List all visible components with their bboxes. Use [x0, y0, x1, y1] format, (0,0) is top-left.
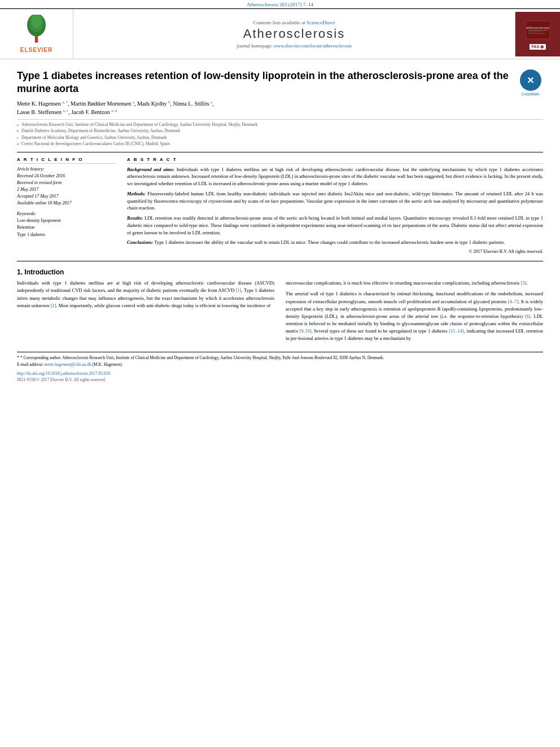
svg-text:atherosclerosis: atherosclerosis	[526, 26, 549, 29]
contents-line: Contents lists available at ScienceDirec…	[79, 20, 509, 25]
crossmark-badge[interactable]: ✕ CrossMark	[518, 69, 543, 96]
revised-date: 2 May 2017	[17, 186, 116, 193]
affiliations: a Atherosclerosis Research Unit, Institu…	[17, 119, 543, 147]
left-col: A R T I C L E I N F O Article history: R…	[17, 157, 116, 255]
article-history: Article history: Received 24 October 201…	[17, 166, 116, 207]
fas-text: FAS ◉	[532, 45, 544, 49]
abstract-label: A B S T R A C T	[127, 157, 543, 164]
abstract-background: Background and aims: Individuals with ty…	[127, 166, 543, 187]
footnote-area: * * Corresponding author. Atherosclerosi…	[17, 352, 543, 382]
fas-badge: FAS ◉	[530, 44, 546, 50]
issn-line: 0021-9150/© 2017 Elsevier B.V. All right…	[17, 377, 106, 382]
email-label: E-mail address:	[17, 362, 43, 367]
keyword-3: Type 1 diabetes	[17, 231, 116, 239]
ref-11-14[interactable]: [11–14]	[449, 328, 464, 334]
abstract-conclusions: Conclusions: Type 1 diabetes increases t…	[127, 239, 543, 246]
received-revised-label: Received in revised form	[17, 180, 116, 186]
conclusions-text: Type 1 diabetes increases the ability of…	[154, 239, 505, 245]
authors-line: Mette K. Hagensen a, *, Martin Bødtker M…	[17, 99, 543, 117]
background-text: Individuals with type 1 diabetes mellitu…	[127, 167, 543, 187]
intro-left-col: Individuals with type 1 diabetes mellitu…	[17, 279, 274, 346]
keywords-label: Keywords:	[17, 211, 116, 216]
logo-right-text: atherosclerosis	[524, 19, 552, 42]
ref-4-7[interactable]: [4–7]	[508, 299, 518, 304]
journal-center: Contents lists available at ScienceDirec…	[73, 16, 515, 52]
footnote-corresponding: * Corresponding author. Atherosclerosis …	[20, 355, 384, 360]
smooth-text: smooth	[368, 299, 382, 304]
email-suffix: (M.K. Hagensen).	[93, 362, 123, 367]
results-label: Results:	[127, 215, 143, 221]
affil-c: c Department of Molecular Biology and Ge…	[17, 135, 543, 141]
svg-rect-0	[35, 37, 38, 43]
abstract-methods: Methods: Fluorescently-labeled human LDL…	[127, 190, 543, 212]
intro-right-para1: microvascular complications, it is much …	[286, 279, 543, 287]
article-title: Type 1 diabetes increases retention of l…	[17, 69, 518, 96]
conclusions-label: Conclusions:	[127, 239, 153, 245]
svg-rect-11	[528, 33, 545, 34]
intro-columns: Individuals with type 1 diabetes mellitu…	[17, 279, 543, 346]
ref-3[interactable]: [3]	[520, 280, 526, 286]
crossmark-circle: ✕	[520, 69, 541, 91]
intro-right-para2: The arterial wall of type 1 diabetics is…	[286, 290, 543, 342]
ref-2[interactable]: [2]	[51, 303, 56, 308]
elsevier-tree-icon	[21, 15, 52, 46]
journal-homepage-line: journal homepage: www.elsevier.com/locat…	[79, 43, 509, 49]
keyword-1: Low-density lipoprotein	[17, 217, 116, 225]
ref-9-10[interactable]: [9,10]	[300, 328, 312, 334]
intro-right-col: microvascular complications, it is much …	[286, 279, 543, 346]
ref-1[interactable]: [1]	[236, 287, 242, 293]
article-info-label: A R T I C L E I N F O	[17, 157, 116, 164]
elsevier-name: ELSEVIER	[20, 47, 53, 53]
keywords-section: Keywords: Low-density lipoprotein Retent…	[17, 211, 116, 239]
abstract-results: Results: LDL retention was readily detec…	[127, 215, 543, 236]
sciencedirect-link[interactable]: ScienceDirect	[307, 20, 335, 25]
article-number-bar: Atherosclerosis 263 (2017) 7–14	[0, 0, 560, 8]
section-separator	[17, 261, 543, 261]
intro-left-para1: Individuals with type 1 diabetes mellitu…	[17, 279, 274, 309]
crossmark-label: CrossMark	[522, 92, 539, 96]
available-date: Available online 18 May 2017	[17, 200, 116, 207]
keyword-2: Retention	[17, 224, 116, 231]
journal-title: Atherosclerosis	[79, 27, 509, 41]
affil-b: b Danish Diabetes Academy, Department of…	[17, 128, 543, 134]
journal-banner: ELSEVIER Contents lists available at Sci…	[0, 8, 560, 59]
journal-cover-icon: atherosclerosis	[524, 19, 552, 41]
page: Atherosclerosis 263 (2017) 7–14 ELSEVIER…	[0, 0, 560, 747]
two-col-info-abstract: A R T I C L E I N F O Article history: R…	[17, 152, 543, 255]
svg-rect-9	[528, 30, 548, 30]
methods-text: Fluorescently-labeled human LDL from hea…	[127, 191, 543, 211]
copyright-line: © 2017 Elsevier B.V. All rights reserved…	[127, 249, 543, 254]
main-content: Type 1 diabetes increases retention of l…	[0, 59, 560, 388]
affil-d: d Centro Nacional de Investigaciones Car…	[17, 141, 543, 147]
background-label: Background and aims:	[127, 167, 174, 172]
svg-rect-10	[528, 32, 542, 32]
methods-label: Methods:	[127, 191, 146, 196]
footnote-text: * * Corresponding author. Atherosclerosi…	[17, 355, 543, 361]
footnote-email-line: E-mail address: mette.hagensen@clin.au.d…	[17, 361, 543, 368]
accepted-date: Accepted 17 May 2017	[17, 193, 116, 200]
affil-a: a Atherosclerosis Research Unit, Institu…	[17, 122, 543, 128]
doi-link[interactable]: http://dx.doi.org/10.1016/j.atherosclero…	[17, 371, 543, 376]
logo-right-inner: atherosclerosis FAS ◉	[522, 16, 554, 52]
right-col: A B S T R A C T Background and aims: Ind…	[127, 157, 543, 255]
results-text: LDL retention was readily detected in at…	[127, 215, 543, 235]
intro-heading: 1. Introduction	[17, 268, 543, 276]
page-bottom-links: http://dx.doi.org/10.1016/j.atherosclero…	[17, 371, 543, 382]
journal-logo-right: atherosclerosis FAS ◉	[515, 12, 560, 56]
author-email[interactable]: mette.hagensen@clin.au.dk	[45, 362, 91, 367]
received-date: Received 24 October 2016	[17, 173, 116, 180]
article-number: Atherosclerosis 263 (2017) 7–14	[247, 2, 313, 7]
elsevier-logo: ELSEVIER	[0, 9, 73, 59]
article-title-section: Type 1 diabetes increases retention of l…	[17, 65, 543, 99]
homepage-url[interactable]: www.elsevier.com/locate/atherosclerosis	[274, 43, 352, 49]
history-label: Article history:	[17, 166, 116, 173]
ref-8[interactable]: [8]	[525, 313, 531, 319]
